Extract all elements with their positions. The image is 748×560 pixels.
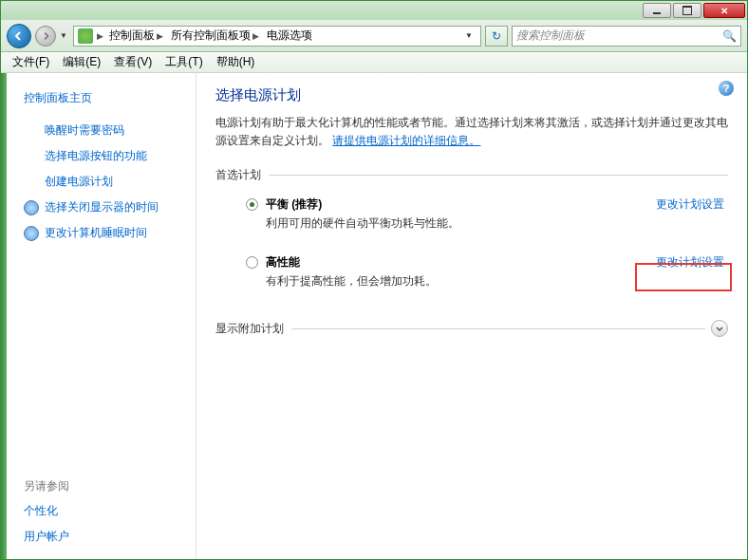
menu-file[interactable]: 文件(F): [7, 52, 55, 72]
change-plan-settings-link[interactable]: 更改计划设置: [656, 196, 724, 213]
control-panel-home-link[interactable]: 控制面板主页: [7, 86, 196, 118]
refresh-button[interactable]: ↻: [485, 26, 508, 47]
breadcrumb[interactable]: 控制面板▶: [107, 28, 165, 44]
forward-button[interactable]: [35, 26, 56, 47]
sidebar-link-sleep-time[interactable]: 更改计算机睡眠时间: [7, 220, 196, 246]
see-also-user-accounts[interactable]: 用户帐户: [7, 524, 196, 550]
menu-edit[interactable]: 编辑(E): [57, 52, 106, 72]
menu-tools[interactable]: 工具(T): [159, 52, 208, 72]
breadcrumb[interactable]: 所有控制面板项▶: [169, 28, 261, 44]
see-also-personalization[interactable]: 个性化: [7, 498, 196, 524]
page-description: 电源计划有助于最大化计算机的性能或者节能。通过选择计划来将其激活，或选择计划并通…: [215, 114, 728, 150]
sidebar-link-require-password[interactable]: 唤醒时需要密码: [7, 118, 196, 143]
sidebar-link-create-plan[interactable]: 创建电源计划: [7, 169, 196, 195]
close-button[interactable]: [703, 3, 745, 18]
change-plan-settings-link[interactable]: 更改计划设置: [656, 254, 724, 271]
expand-additional-button[interactable]: [711, 320, 728, 337]
menu-view[interactable]: 查看(V): [108, 52, 158, 72]
plan-balanced: 平衡 (推荐) 利用可用的硬件自动平衡功耗与性能。 更改计划设置: [215, 193, 728, 235]
search-icon[interactable]: 🔍: [722, 29, 737, 43]
menu-help[interactable]: 帮助(H): [211, 52, 261, 72]
page-title: 选择电源计划: [215, 86, 728, 104]
section-preferred-plans: 首选计划: [215, 167, 728, 183]
sidebar: 控制面板主页 唤醒时需要密码 选择电源按钮的功能 创建电源计划 选择关闭显示器的…: [7, 73, 196, 559]
address-bar[interactable]: ▶ 控制面板▶ 所有控制面板项▶ 电源选项 ▼: [73, 26, 481, 47]
titlebar: [1, 1, 747, 20]
menubar: 文件(F) 编辑(E) 查看(V) 工具(T) 帮助(H): [1, 52, 747, 73]
plan-description: 有利于提高性能，但会增加功耗。: [266, 273, 645, 289]
back-button[interactable]: [7, 24, 31, 48]
sidebar-link-power-button[interactable]: 选择电源按钮的功能: [7, 143, 196, 169]
help-icon[interactable]: ?: [719, 81, 734, 96]
section-additional-plans: 显示附加计划: [215, 320, 728, 337]
search-input[interactable]: 搜索控制面板 🔍: [512, 26, 741, 47]
address-dropdown[interactable]: ▼: [461, 31, 477, 40]
location-icon: [78, 28, 93, 44]
display-icon: [24, 200, 39, 215]
see-also-heading: 另请参阅: [7, 475, 196, 498]
body: 控制面板主页 唤醒时需要密码 选择电源按钮的功能 创建电源计划 选择关闭显示器的…: [1, 73, 747, 559]
chevron-right-icon: ▶: [97, 31, 103, 41]
minimize-button[interactable]: [643, 3, 671, 18]
sidebar-link-display-off[interactable]: 选择关闭显示器的时间: [7, 195, 196, 220]
breadcrumb[interactable]: 电源选项: [265, 28, 314, 44]
plan-high-performance-radio[interactable]: [246, 256, 258, 269]
plan-description: 利用可用的硬件自动平衡功耗与性能。: [266, 215, 645, 232]
maximize-button[interactable]: [673, 3, 701, 18]
sleep-icon: [24, 226, 39, 241]
nav-history-dropdown[interactable]: ▼: [60, 31, 69, 40]
main-content: ? 选择电源计划 电源计划有助于最大化计算机的性能或者节能。通过选择计划来将其激…: [196, 73, 747, 559]
window-frame: ▼ ▶ 控制面板▶ 所有控制面板项▶ 电源选项 ▼ ↻ 搜索控制面板 🔍 文件(…: [0, 0, 748, 560]
plan-name: 高性能: [266, 254, 645, 271]
details-link[interactable]: 请提供电源计划的详细信息。: [332, 134, 480, 147]
plan-high-performance: 高性能 有利于提高性能，但会增加功耗。 更改计划设置: [215, 251, 728, 293]
search-placeholder: 搜索控制面板: [516, 28, 585, 44]
plan-name: 平衡 (推荐): [266, 196, 645, 213]
plan-balanced-radio[interactable]: [246, 198, 258, 211]
navbar: ▼ ▶ 控制面板▶ 所有控制面板项▶ 电源选项 ▼ ↻ 搜索控制面板 🔍: [1, 20, 747, 52]
